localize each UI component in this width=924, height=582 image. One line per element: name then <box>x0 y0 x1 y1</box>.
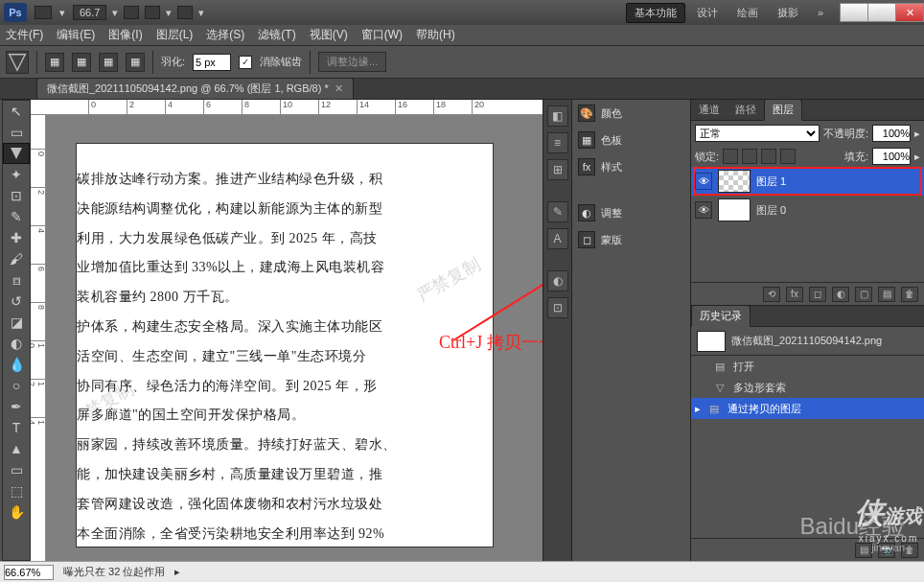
workspace-essentials[interactable]: 基本功能 <box>626 3 685 23</box>
dock-icon[interactable]: ≡ <box>547 132 568 153</box>
opacity-input[interactable] <box>872 125 911 142</box>
tab-history[interactable]: 历史记录 <box>691 305 751 327</box>
magic-wand-tool[interactable]: ✦ <box>3 164 30 185</box>
blur-tool[interactable]: 💧 <box>3 354 30 375</box>
selection-intersect-icon[interactable]: ▦ <box>126 53 145 72</box>
opacity-label: 不透明度: <box>823 127 868 141</box>
lock-all-icon[interactable] <box>780 149 796 164</box>
document-close-icon[interactable]: ✕ <box>335 82 343 95</box>
document-tab[interactable]: 微信截图_20211105094142.png @ 66.7% (图层 1, R… <box>36 78 354 99</box>
lasso-tool[interactable] <box>3 143 30 164</box>
eyedropper-tool[interactable]: ✎ <box>3 206 30 227</box>
history-brush-tool[interactable]: ↺ <box>3 291 30 312</box>
lock-transparency-icon[interactable] <box>723 149 738 164</box>
tab-layers[interactable]: 图层 <box>764 99 802 121</box>
link-layers-icon[interactable]: ⟲ <box>763 287 780 302</box>
collapsed-panel-adjust[interactable]: ◐调整 <box>572 199 690 226</box>
dock-icon[interactable]: ◧ <box>547 105 568 127</box>
collapsed-panel-swatch[interactable]: ▦色板 <box>572 127 690 153</box>
menu-file[interactable]: 文件(F) <box>6 27 43 43</box>
close-button[interactable]: ✕ <box>895 3 924 22</box>
grid-icon[interactable] <box>145 6 160 19</box>
status-zoom-input[interactable] <box>4 565 54 580</box>
pen-tool[interactable]: ✒ <box>3 396 30 417</box>
bridge-icon[interactable] <box>35 6 52 19</box>
workspace-paint[interactable]: 绘画 <box>729 4 766 22</box>
dodge-tool[interactable]: ○ <box>3 375 30 396</box>
workspace-design[interactable]: 设计 <box>689 4 726 22</box>
canvas[interactable]: 碳排放达峰行动方案。推进产业结构绿色升级，积 决能源结构调整优化，构建以新能源为… <box>77 144 493 547</box>
dock-icon[interactable]: ⊡ <box>547 297 568 318</box>
layer-thumbnail[interactable] <box>718 170 751 193</box>
collapsed-panel-style[interactable]: fx样式 <box>572 153 690 180</box>
menu-help[interactable]: 帮助(H) <box>416 27 455 43</box>
brush-tool[interactable]: 🖌 <box>3 248 30 269</box>
antialias-checkbox[interactable]: ✓ <box>239 56 252 69</box>
refine-edge-button[interactable]: 调整边缘... <box>318 52 386 72</box>
eraser-tool[interactable]: ◪ <box>3 312 30 333</box>
selection-subtract-icon[interactable]: ▦ <box>99 53 118 72</box>
selection-new-icon[interactable]: ▦ <box>45 53 64 72</box>
lock-pixels-icon[interactable] <box>742 149 757 164</box>
gradient-tool[interactable]: ◐ <box>3 333 30 354</box>
tab-channels[interactable]: 通道 <box>691 100 728 120</box>
dock-icon[interactable]: A <box>547 228 568 249</box>
menu-filter[interactable]: 滤镜(T) <box>258 27 295 43</box>
menu-view[interactable]: 视图(V) <box>310 27 348 43</box>
collapsed-panel-color[interactable]: 🎨颜色 <box>572 100 690 127</box>
dock-icon[interactable]: ◐ <box>547 270 568 291</box>
layer-row[interactable]: 👁 图层 0 <box>691 196 924 224</box>
tab-paths[interactable]: 路径 <box>728 100 764 120</box>
selection-add-icon[interactable]: ▦ <box>72 53 91 72</box>
healing-tool[interactable]: ✚ <box>3 227 30 248</box>
hand-icon[interactable] <box>124 6 139 19</box>
history-delete-icon[interactable]: 🗑 <box>901 543 918 558</box>
history-new-doc-icon[interactable]: ▤ <box>855 543 872 558</box>
shape-tool[interactable]: ▭ <box>3 459 30 480</box>
delete-layer-icon[interactable]: 🗑 <box>901 287 918 302</box>
blend-mode-select[interactable]: 正常 <box>695 125 820 142</box>
layer-mask-icon[interactable]: ◻ <box>809 287 826 302</box>
dock-icon[interactable]: ⊞ <box>547 159 568 180</box>
history-snapshot[interactable]: 微信截图_20211105094142.png <box>691 327 924 356</box>
menu-select[interactable]: 选择(S) <box>206 27 244 43</box>
history-step[interactable]: ▤打开 <box>691 356 924 377</box>
menu-edit[interactable]: 编辑(E) <box>57 27 95 43</box>
clone-tool[interactable]: ⧈ <box>3 269 30 291</box>
3d-tool[interactable]: ⬚ <box>3 480 30 501</box>
group-icon[interactable]: ▢ <box>855 287 872 302</box>
crop-tool[interactable]: ⊡ <box>3 185 30 206</box>
marquee-tool[interactable]: ▭ <box>3 122 30 143</box>
minimize-button[interactable]: — <box>840 3 868 22</box>
history-step[interactable]: ▽多边形套索 <box>691 377 924 398</box>
path-select-tool[interactable]: ▲ <box>3 438 30 459</box>
collapsed-panel-mask[interactable]: ◻蒙版 <box>572 226 690 253</box>
layer-thumbnail[interactable] <box>718 198 751 221</box>
maximize-button[interactable]: ▢ <box>867 3 896 22</box>
hand-tool[interactable]: ✋ <box>3 501 30 523</box>
new-layer-icon[interactable]: ▤ <box>878 287 895 302</box>
menu-window[interactable]: 窗口(W) <box>361 27 403 43</box>
type-tool[interactable]: T <box>3 417 30 438</box>
options-bar: ▦ ▦ ▦ ▦ 羽化: ✓ 消除锯齿 调整边缘... <box>0 46 924 79</box>
visibility-icon[interactable]: 👁 <box>695 201 712 219</box>
zoom-field[interactable]: 66.7 <box>73 5 106 20</box>
workspace-photo[interactable]: 摄影 <box>770 4 806 22</box>
visibility-icon[interactable]: 👁 <box>695 173 712 190</box>
menu-layer[interactable]: 图层(L) <box>156 27 194 43</box>
menu-image[interactable]: 图像(I) <box>108 27 142 43</box>
move-tool[interactable]: ↖ <box>3 101 30 122</box>
history-step[interactable]: ▸▤通过拷贝的图层 <box>691 398 924 419</box>
screen-mode-icon[interactable] <box>177 6 193 19</box>
lock-label: 锁定: <box>695 150 719 164</box>
history-snapshot-icon[interactable]: 📷 <box>878 543 895 558</box>
layer-row[interactable]: 👁 图层 1 <box>691 167 924 196</box>
feather-input[interactable] <box>193 54 231 71</box>
adjustment-layer-icon[interactable]: ◐ <box>832 287 849 302</box>
lock-position-icon[interactable] <box>761 149 776 164</box>
workspace-more[interactable]: » <box>810 5 831 20</box>
dock-icon[interactable]: ✎ <box>547 201 568 222</box>
layer-fx-icon[interactable]: fx <box>786 287 803 302</box>
tool-preset-icon[interactable] <box>6 51 29 74</box>
fill-input[interactable] <box>872 148 911 165</box>
